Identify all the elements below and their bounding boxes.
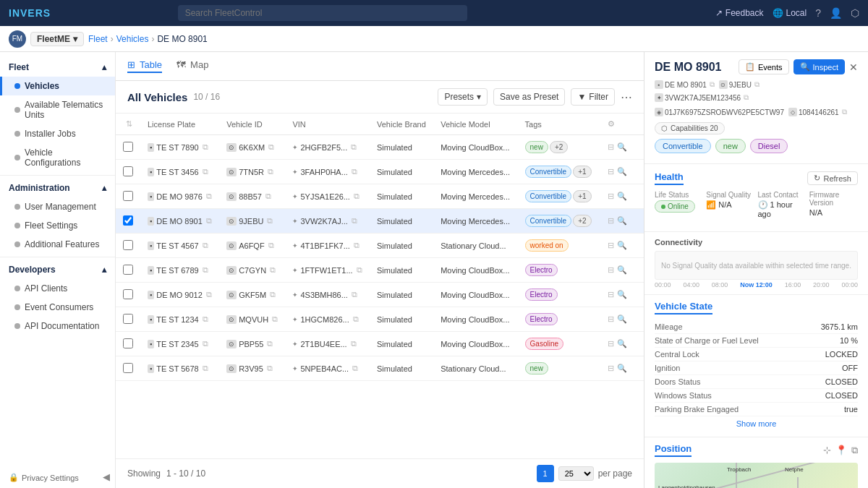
row-search-icon[interactable]: 🔍 [617,290,627,299]
table-row[interactable]: ▪TE ST 7890⧉⊙6K6XM⧉✦2HGFB2F5...⧉Simulate… [116,135,644,160]
refresh-button[interactable]: ↻ Refresh [807,171,858,185]
location-pin-icon[interactable]: 📍 [835,445,847,456]
col-vin[interactable]: VIN [285,114,370,135]
events-button[interactable]: 📋 Events [739,59,789,74]
sidebar-item-additional-features[interactable]: Additional Features [0,235,115,254]
row-search-icon[interactable]: 🔍 [617,216,627,226]
feedback-link[interactable]: ↗ Feedback [715,8,764,18]
copy-jebu-icon[interactable]: ⧉ [754,80,760,89]
row-search-icon[interactable]: 🔍 [617,364,627,373]
row-grid-icon[interactable]: ⊟ [608,216,614,226]
measure-icon[interactable]: ⊹ [823,445,831,456]
sidebar-item-vehicles[interactable]: Vehicles [0,77,115,95]
col-license-plate[interactable]: License Plate [140,114,219,135]
sidebar-item-api-docs[interactable]: API Documentation [0,317,115,335]
copy-vin-row-icon[interactable]: ⧉ [352,290,357,299]
more-options-button[interactable]: ⋯ [621,90,632,104]
row-search-icon[interactable]: 🔍 [617,241,627,250]
copy-vin-row-icon[interactable]: ⧉ [354,192,359,201]
row-checkbox[interactable] [123,215,133,226]
copy-license-icon[interactable]: ⧉ [203,265,208,275]
row-grid-icon[interactable]: ⊟ [608,192,614,201]
copy-coords-icon[interactable]: ⧉ [851,445,858,456]
col-vehicle-brand[interactable]: Vehicle Brand [370,114,433,135]
sidebar-item-event-consumers[interactable]: Event Consumers [0,298,115,317]
save-preset-button[interactable]: Save as Preset [493,88,565,106]
row-grid-icon[interactable]: ⊟ [608,364,614,373]
sidebar-item-telematics[interactable]: Available Telematics Units [0,95,115,124]
row-grid-icon[interactable]: ⊟ [608,290,614,299]
table-row[interactable]: ▪TE ST 4567⧉⊙A6FQF⧉✦4T1BF1FK7...⧉Simulat… [116,234,644,258]
copy-license-icon[interactable]: ⧉ [206,290,212,299]
page-1-button[interactable]: 1 [537,465,554,482]
row-grid-icon[interactable]: ⊟ [608,265,614,275]
copy-vid-icon[interactable]: ⧉ [270,290,276,299]
copy-license-icon[interactable]: ⧉ [206,216,212,226]
row-grid-icon[interactable]: ⊟ [608,339,614,348]
copy-license-icon[interactable]: ⧉ [203,241,208,250]
table-row[interactable]: ▪TE ST 6789⧉⊙C7GYN⧉✦1FTFW1ET1...⧉Simulat… [116,258,644,283]
row-checkbox[interactable] [123,142,133,152]
row-search-icon[interactable]: 🔍 [617,142,627,152]
copy-license-icon[interactable]: ⧉ [203,167,208,176]
copy-vin-row-icon[interactable]: ⧉ [352,364,358,373]
breadcrumb-fleet[interactable]: Fleet [88,34,108,44]
copy-license-icon[interactable]: ⧉ [203,339,208,348]
user-icon[interactable]: 👤 [830,7,842,19]
copy-vin-row-icon[interactable]: ⧉ [354,241,359,250]
row-checkbox[interactable] [123,265,133,275]
copy-vid-icon[interactable]: ⧉ [268,167,273,176]
sidebar-item-fleet-settings[interactable]: Fleet Settings [0,216,115,235]
table-row[interactable]: ▪TE ST 5678⧉⊙R3V95⧉✦5NPEB4AC...⧉Simulate… [116,356,644,381]
filter-button[interactable]: ▼ Filter [571,88,615,106]
sidebar-item-user-mgmt[interactable]: User Management [0,197,115,216]
copy-vid-icon[interactable]: ⧉ [270,265,276,275]
copy-license-icon[interactable]: ⧉ [206,192,212,201]
row-search-icon[interactable]: 🔍 [617,314,627,324]
row-grid-icon[interactable]: ⊟ [608,241,614,250]
help-icon[interactable]: ? [815,7,821,19]
row-checkbox[interactable] [123,191,133,201]
copy-vid-icon[interactable]: ⧉ [267,339,273,348]
col-vehicle-model[interactable]: Vehicle Model [433,114,517,135]
table-row[interactable]: ▪TE ST 3456⧉⊙7TN5R⧉✦3FAHP0HA...⧉Simulate… [116,160,644,184]
presets-button[interactable]: Presets ▾ [438,88,488,106]
row-grid-icon[interactable]: ⊟ [608,167,614,176]
copy-vin-row-icon[interactable]: ⧉ [352,216,357,226]
tab-map[interactable]: 🗺 Map [176,59,208,73]
locale-selector[interactable]: 🌐 Local [773,8,807,18]
sidebar-fleet-header[interactable]: Fleet ▴ [0,58,115,77]
row-grid-icon[interactable]: ⊟ [608,314,614,324]
copy-vid-icon[interactable]: ⧉ [268,241,274,250]
per-page-select[interactable]: 25 50 100 [558,466,594,481]
close-panel-button[interactable]: ✕ [849,59,858,74]
row-checkbox[interactable] [123,289,133,299]
col-vehicle-id[interactable]: Vehicle ID [219,114,285,135]
copy-vin-row-icon[interactable]: ⧉ [351,142,357,152]
table-row[interactable]: ▪DE MO 8901⧉⊙9JEBU⧉✦3VW2K7AJ...⧉Simulate… [116,209,644,234]
logout-icon[interactable]: ⬡ [851,7,859,19]
sidebar-item-api-clients[interactable]: API Clients [0,279,115,298]
search-input[interactable] [178,5,467,21]
copy-vid-icon[interactable]: ⧉ [267,216,273,226]
fleet-me-button[interactable]: FleetME ▾ [30,32,84,46]
table-row[interactable]: ▪TE ST 2345⧉⊙PBP55⧉✦2T1BU4EE...⧉Simulate… [116,332,644,356]
table-row[interactable]: ▪DE MO 9012⧉⊙GKF5M⧉✦4S3BMH86...⧉Simulate… [116,283,644,307]
copy-vin-row-icon[interactable]: ⧉ [351,339,357,348]
capabilities-button[interactable]: ⬡ Capabilities 20 [655,122,725,134]
copy-license-icon[interactable]: ⧉ [203,142,208,152]
copy-vid-icon[interactable]: ⧉ [268,142,274,152]
collapse-sidebar-button[interactable]: ◀ [103,471,110,482]
copy-vid-icon[interactable]: ⧉ [272,314,278,324]
row-checkbox[interactable] [123,166,133,176]
row-checkbox[interactable] [123,338,133,348]
copy-license-icon[interactable]: ⧉ [203,314,208,324]
row-grid-icon[interactable]: ⊟ [608,142,614,152]
breadcrumb-vehicles[interactable]: Vehicles [116,34,149,44]
tab-table[interactable]: ⊞ Table [127,59,162,73]
row-search-icon[interactable]: 🔍 [617,192,627,201]
row-checkbox[interactable] [123,314,133,324]
copy-vin-row-icon[interactable]: ⧉ [352,167,357,176]
sidebar-dev-header[interactable]: Developers ▴ [0,260,115,279]
row-search-icon[interactable]: 🔍 [617,265,627,275]
